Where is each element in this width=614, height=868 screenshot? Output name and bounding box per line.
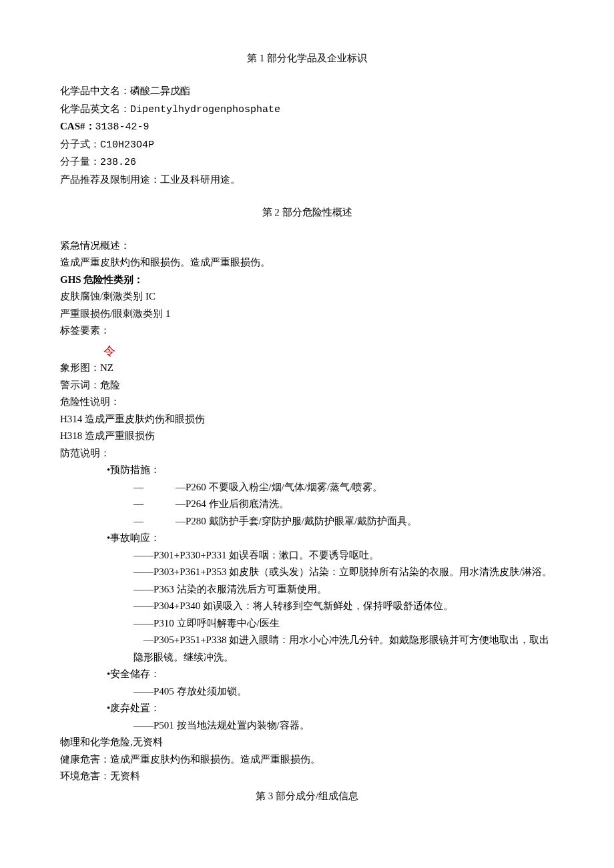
- ghs-label: GHS 危险性类别：: [60, 272, 554, 289]
- hazard-icon-row: 令: [60, 340, 554, 360]
- value-mw: 238.26: [100, 157, 136, 168]
- value-cas: 3138-42-9: [95, 121, 149, 133]
- precaution-label: 防范说明：: [60, 445, 554, 462]
- label-name-cn: 化学品中文名：: [60, 85, 130, 96]
- signal-value: 危险: [100, 380, 120, 390]
- section1-title: 第 1 部分化学品及企业标识: [60, 50, 554, 67]
- row-use: 产品推荐及限制用途：工业及科研用途。: [60, 171, 554, 189]
- prevention-title: •预防措施：: [60, 462, 554, 479]
- label-mw: 分子量：: [60, 156, 100, 167]
- value-formula: C10H23O4P: [100, 139, 154, 151]
- health-value: 造成严重皮肤灼伤和眼损伤。造成严重眼损伤。: [110, 754, 320, 765]
- response-title: •事故响应：: [60, 530, 554, 547]
- value-use: 工业及科研用途。: [160, 174, 240, 185]
- env-value: 无资料: [110, 771, 140, 781]
- p305: —P305+P351+P338 如进入眼睛：用水小心冲洗几分钟。如戴隐形眼镜并可…: [60, 632, 554, 666]
- p260-text: —P260 不要吸入粉尘/烟/气体/烟雾/蒸气/喷雾。: [176, 482, 382, 492]
- p260: ——P260 不要吸入粉尘/烟/气体/烟雾/蒸气/喷雾。: [60, 479, 554, 496]
- env-row: 环境危害：无资料: [60, 768, 554, 785]
- health-label: 健康危害：: [60, 754, 110, 765]
- p301: ——P301+P330+P331 如误吞咽：漱口。不要诱导呕吐。: [60, 547, 554, 564]
- dash-2: —: [133, 498, 143, 509]
- dash-1: —: [133, 482, 143, 492]
- h318: H318 造成严重眼损伤: [60, 428, 554, 445]
- p264: ——P264 作业后彻底清洗。: [60, 496, 554, 513]
- section2-title: 第 2 部分危险性概述: [60, 204, 554, 222]
- storage-title: •安全储存：: [60, 666, 554, 683]
- env-label: 环境危害：: [60, 771, 110, 781]
- p405: ——P405 存放处须加锁。: [60, 683, 554, 701]
- label-cas: CAS#：: [60, 121, 95, 131]
- phys-chem-row: 物理和化学危险,无资料: [60, 734, 554, 751]
- value-name-en: Dipentylhydrogenphosphate: [130, 104, 280, 115]
- section3-title: 第 3 部分成分/组成信息: [60, 788, 554, 805]
- label-elements: 标签要素：: [60, 322, 554, 340]
- dash-3: —: [133, 516, 143, 526]
- p280: ——P280 戴防护手套/穿防护服/戴防护眼罩/戴防护面具。: [60, 513, 554, 530]
- signal-row: 警示词：危险: [60, 377, 554, 394]
- signal-label: 警示词：: [60, 380, 100, 390]
- emergency-label: 紧急情况概述：: [60, 238, 554, 255]
- p501: ——P501 按当地法规处置内装物/容器。: [60, 717, 554, 735]
- phys-chem-value: 无资料: [133, 737, 163, 747]
- phys-chem-label: 物理和化学危险,: [60, 737, 133, 747]
- value-name-cn: 磷酸二异戊酯: [130, 86, 190, 97]
- hazard-stmt-label: 危险性说明：: [60, 394, 554, 411]
- hazard-icon: 令: [103, 341, 115, 362]
- ghs-cat2: 严重眼损伤/眼刺激类别 1: [60, 306, 554, 323]
- label-formula: 分子式：: [60, 139, 100, 149]
- row-name-en: 化学品英文名：Dipentylhydrogenphosphate: [60, 101, 554, 119]
- label-name-en: 化学品英文名：: [60, 103, 130, 114]
- row-cas: CAS#：3138-42-9: [60, 118, 554, 136]
- emergency-text: 造成严重皮肤灼伤和眼损伤。造成严重眼损伤。: [60, 254, 554, 272]
- p303: ——P303+P361+P353 如皮肤（或头发）沾染：立即脱掉所有沾染的衣服。…: [60, 564, 554, 581]
- p264-text: —P264 作业后彻底清洗。: [176, 498, 289, 509]
- row-mw: 分子量：238.26: [60, 153, 554, 171]
- disposal-title: •废弃处置：: [60, 700, 554, 717]
- health-row: 健康危害：造成严重皮肤灼伤和眼损伤。造成严重眼损伤。: [60, 751, 554, 769]
- row-formula: 分子式：C10H23O4P: [60, 136, 554, 154]
- p280-text: —P280 戴防护手套/穿防护服/戴防护眼罩/戴防护面具。: [176, 516, 417, 526]
- pictogram-row: 象形图：NZ: [60, 360, 554, 377]
- p304: ——P304+P340 如误吸入：将人转移到空气新鲜处，保持呼吸舒适体位。: [60, 598, 554, 615]
- ghs-cat1: 皮肤腐蚀/刺激类别 IC: [60, 288, 554, 306]
- h314: H314 造成严重皮肤灼伤和眼损伤: [60, 411, 554, 428]
- label-use: 产品推荐及限制用途：: [60, 174, 160, 185]
- p363: ——P363 沾染的衣服清洗后方可重新使用。: [60, 581, 554, 598]
- p310: ——P310 立即呼叫解毒中心/医生: [60, 615, 554, 632]
- pictogram-label: 象形图：: [60, 362, 100, 373]
- pictogram-value: NZ: [100, 362, 113, 373]
- row-name-cn: 化学品中文名：磷酸二异戊酯: [60, 83, 554, 101]
